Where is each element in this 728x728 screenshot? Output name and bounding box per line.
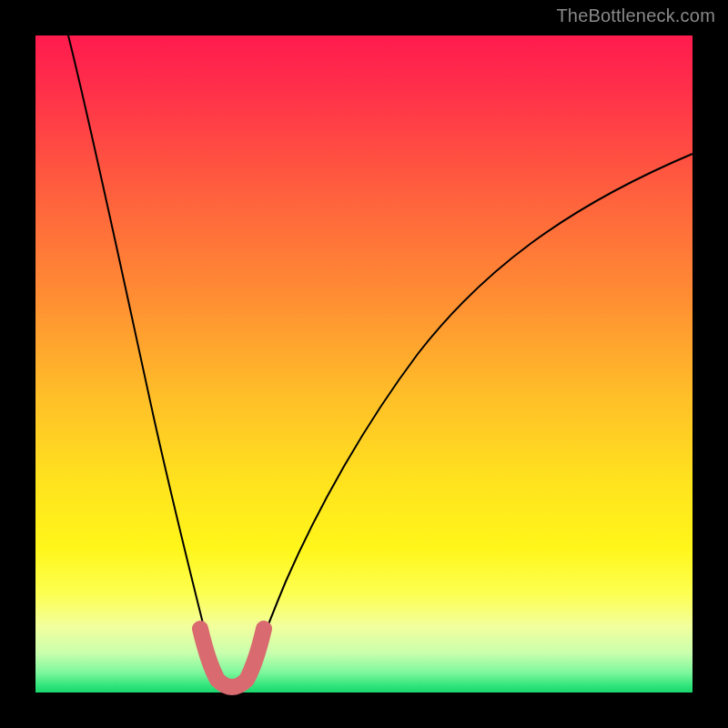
curve-layer xyxy=(35,35,693,693)
watermark-text: TheBottleneck.com xyxy=(556,5,715,26)
plot-area xyxy=(35,35,693,693)
bottleneck-curve-right xyxy=(247,154,693,682)
optimal-band-marker xyxy=(200,629,264,687)
chart-frame: TheBottleneck.com xyxy=(0,0,728,728)
bottleneck-curve-left xyxy=(68,35,217,682)
